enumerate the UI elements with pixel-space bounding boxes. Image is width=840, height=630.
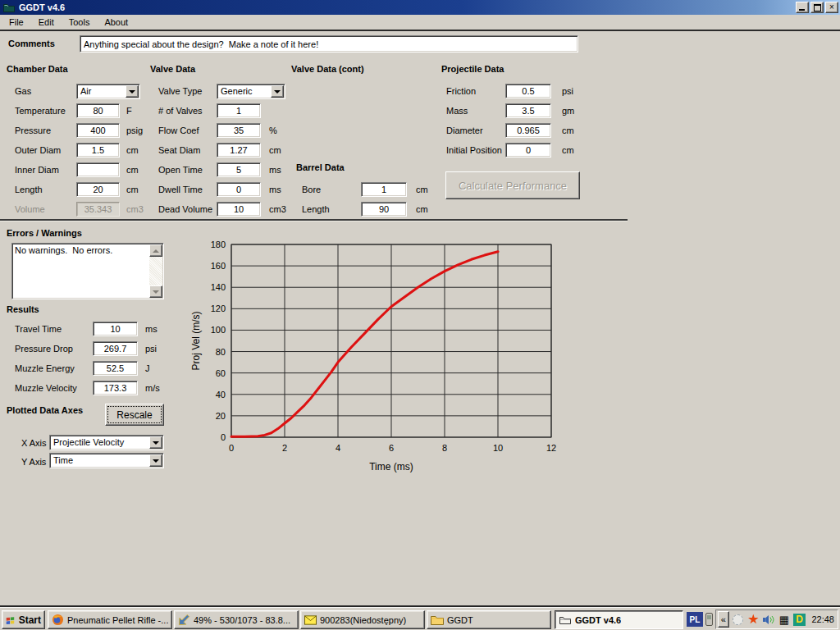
- menu-file[interactable]: File: [2, 16, 31, 29]
- y-axis-label: Y Axis: [21, 454, 46, 469]
- svg-text:2: 2: [282, 443, 287, 453]
- network-searching-icon[interactable]: [732, 613, 745, 626]
- gas-select[interactable]: Air: [76, 84, 140, 99]
- scroll-down-button[interactable]: [149, 285, 162, 298]
- section-title: Barrel Data: [296, 162, 345, 172]
- field-unit: cm: [126, 143, 139, 158]
- section-title: Projectile Data: [441, 64, 504, 74]
- app-icon: [2, 2, 16, 13]
- rescale-button[interactable]: Rescale: [105, 404, 164, 426]
- tray-clock: 22:48: [811, 614, 834, 624]
- menu-edit[interactable]: Edit: [31, 16, 62, 29]
- seat-diam-input[interactable]: [217, 143, 261, 158]
- mass-input[interactable]: [505, 103, 551, 118]
- field-label: Mass: [446, 103, 468, 118]
- calculate-performance-button[interactable]: Calculate Performance: [445, 171, 580, 199]
- field-unit: cm: [416, 202, 428, 217]
- field-label: Diameter: [446, 123, 483, 138]
- field-unit: %: [269, 123, 277, 138]
- antivirus-star-icon[interactable]: [746, 613, 760, 626]
- app-window: GGDT v4.6 × File Edit Tools About Commen…: [0, 0, 840, 630]
- svg-text:100: 100: [211, 325, 226, 335]
- svg-text:0: 0: [221, 432, 226, 442]
- scroll-up-button[interactable]: [149, 244, 162, 257]
- field-unit: J: [145, 361, 150, 376]
- minimize-button[interactable]: [796, 2, 809, 13]
- inner-diam-input[interactable]: [76, 162, 120, 177]
- field-unit: gm: [562, 103, 574, 118]
- download-accelerator-icon[interactable]: D: [793, 613, 806, 626]
- num-valves-input[interactable]: [217, 103, 261, 118]
- y-axis-select[interactable]: Time: [49, 453, 164, 468]
- field-label: Flow Coef: [158, 123, 199, 138]
- restore-button[interactable]: [810, 2, 824, 13]
- flow-coef-input[interactable]: [217, 123, 261, 138]
- valve-type-select[interactable]: Generic: [217, 84, 285, 99]
- menu-tools[interactable]: Tools: [62, 16, 98, 29]
- chevron-down-icon[interactable]: [149, 454, 162, 467]
- task-messenger-contact[interactable]: 900283(Niedostępny): [300, 610, 425, 629]
- field-label: Muzzle Velocity: [15, 381, 77, 395]
- section-title: Chamber Data: [7, 64, 68, 74]
- chevron-down-icon[interactable]: [126, 85, 139, 98]
- chevron-down-icon[interactable]: [271, 85, 284, 98]
- open-time-input[interactable]: [217, 162, 261, 177]
- task-ggdt-app-active[interactable]: GGDT v4.6: [555, 610, 683, 629]
- barrel-data-section: Valve Data (cont) Barrel Data Bore cm Le…: [291, 64, 435, 220]
- task-ggdt-folder[interactable]: GGDT: [427, 610, 551, 629]
- field-label: Pressure: [15, 123, 51, 138]
- errors-warnings-box[interactable]: No warnings. No errors.: [11, 243, 164, 299]
- temperature-input[interactable]: [76, 103, 120, 118]
- barrel-length-input[interactable]: [361, 202, 407, 217]
- svg-text:Proj Vel (m/s): Proj Vel (m/s): [190, 311, 202, 370]
- initial-position-input[interactable]: [505, 143, 551, 158]
- dwell-time-input[interactable]: [217, 182, 261, 197]
- menu-about[interactable]: About: [97, 16, 135, 29]
- field-label: Temperature: [15, 103, 66, 118]
- field-unit: cm: [269, 143, 281, 158]
- grid-pattern-icon[interactable]: ▦: [778, 613, 791, 626]
- bore-input[interactable]: [361, 182, 407, 197]
- phone-icon[interactable]: [705, 613, 713, 626]
- errors-warnings-title: Errors / Warnings: [7, 228, 82, 238]
- pressure-input[interactable]: [76, 123, 120, 138]
- friction-input[interactable]: [505, 84, 551, 98]
- field-label: # of Valves: [158, 103, 203, 118]
- close-button[interactable]: ×: [825, 2, 838, 13]
- section-divider: [0, 219, 628, 221]
- x-axis-select[interactable]: Projectile Velocity: [49, 435, 164, 450]
- folder-icon: [431, 614, 444, 625]
- chevron-down-icon[interactable]: [149, 436, 162, 449]
- svg-text:60: 60: [216, 368, 226, 378]
- field-unit: cm: [126, 182, 139, 197]
- tray-collapse-chevron[interactable]: «: [718, 611, 729, 628]
- comments-input[interactable]: [80, 35, 578, 52]
- start-button[interactable]: Start: [2, 610, 45, 629]
- field-label: Friction: [446, 84, 476, 98]
- diameter-input[interactable]: [505, 123, 551, 138]
- svg-text:Time (ms): Time (ms): [369, 461, 413, 472]
- svg-text:10: 10: [493, 443, 503, 453]
- task-download-progress[interactable]: 49% - 530/1073 - 83.8...: [174, 610, 299, 629]
- window-title: GGDT v4.6: [19, 2, 65, 12]
- field-label: Dwell Time: [158, 182, 203, 197]
- field-unit: psig: [126, 123, 143, 138]
- app-window-icon: [559, 614, 572, 625]
- speaker-waves-icon[interactable]: [762, 613, 775, 626]
- chamber-data-section: Chamber Data Gas Air Temperature F Press…: [7, 64, 148, 220]
- field-unit: ms: [269, 182, 281, 197]
- field-label: Muzzle Energy: [15, 361, 75, 376]
- svg-text:0: 0: [229, 443, 234, 453]
- length-input[interactable]: [76, 182, 120, 197]
- results-title: Results: [7, 304, 39, 314]
- task-pneumatic-pellet-rifle[interactable]: Pneumatic Pellet Rifle -...: [48, 610, 172, 629]
- muzzle-velocity-output: [93, 381, 138, 395]
- field-label: Outer Diam: [15, 143, 61, 158]
- x-axis-label: X Axis: [21, 436, 47, 450]
- dead-volume-input[interactable]: [217, 202, 261, 217]
- scrollbar[interactable]: [149, 244, 162, 298]
- volume-output: [76, 202, 120, 217]
- taskbar: Start Pneumatic Pellet Rifle -... 49% - …: [0, 607, 840, 630]
- outer-diam-input[interactable]: [76, 143, 120, 158]
- language-indicator[interactable]: PL: [687, 612, 703, 627]
